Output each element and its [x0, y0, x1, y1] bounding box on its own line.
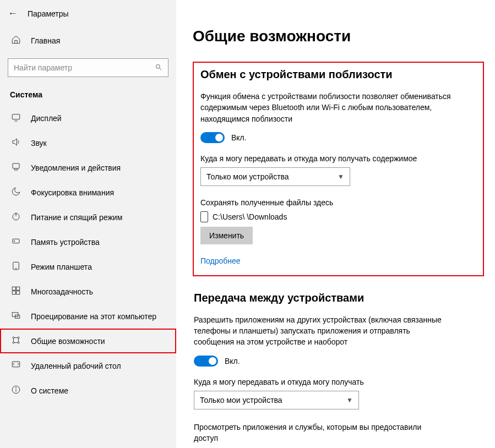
sidebar-item-storage[interactable]: Память устройства	[0, 230, 176, 254]
sidebar-item-multitask[interactable]: Многозадачность	[0, 279, 176, 304]
svg-point-8	[14, 241, 15, 242]
sidebar-item-focus[interactable]: Фокусировка внимания	[0, 180, 176, 205]
sidebar-item-display[interactable]: Дисплей	[0, 106, 176, 130]
chevron-down-icon: ▼	[338, 173, 344, 181]
svg-rect-13	[12, 291, 15, 294]
tablet-icon	[11, 261, 21, 272]
section-desc: Функция обмена с устройствами поблизости…	[200, 91, 454, 124]
crossdevice-scope-select[interactable]: Только мои устройства ▼	[194, 391, 359, 409]
sidebar: ← Параметры Главная Система Дисплей Звук…	[0, 0, 176, 448]
learn-more-link[interactable]: Подробнее	[200, 256, 476, 265]
svg-rect-4	[13, 163, 19, 168]
sidebar-item-label: Фокусировка внимания	[31, 188, 114, 197]
sidebar-item-power[interactable]: Питание и спящий режим	[0, 205, 176, 230]
cross-device-section: Передача между устройствами Разрешить пр…	[193, 292, 484, 444]
home-icon	[11, 35, 21, 46]
power-icon	[11, 211, 21, 223]
about-icon	[11, 385, 21, 396]
display-icon	[11, 112, 21, 124]
notifications-icon	[11, 162, 21, 173]
sidebar-item-label: Общие возможности	[31, 337, 105, 346]
sidebar-item-remote[interactable]: Удаленный рабочий стол	[0, 353, 176, 378]
svg-point-24	[15, 387, 16, 388]
svg-point-18	[18, 337, 19, 338]
save-location-label: Сохранять полученные файлы здесь	[200, 198, 476, 207]
multitask-icon	[11, 286, 21, 297]
svg-rect-11	[12, 287, 15, 290]
svg-rect-12	[17, 287, 20, 290]
sidebar-item-notifications[interactable]: Уведомления и действия	[0, 155, 176, 180]
svg-point-20	[18, 342, 19, 343]
select-value: Только мои устройства	[206, 172, 289, 181]
sidebar-item-label: Главная	[31, 36, 60, 45]
crossdevice-footer: Просмотреть приложения и службы, которым…	[194, 422, 447, 444]
search-box[interactable]	[8, 58, 168, 77]
sidebar-item-home[interactable]: Главная	[0, 29, 176, 52]
sidebar-item-label: О системе	[31, 386, 68, 395]
svg-line-1	[160, 68, 162, 70]
toggle-state-label: Вкл.	[231, 133, 247, 142]
section-title: Передача между устройствами	[194, 292, 483, 304]
nearby-sharing-section: Обмен с устройствами поблизости Функция …	[193, 62, 484, 276]
save-path-value: C:\Users\ \Downloads	[213, 212, 287, 221]
svg-point-0	[156, 64, 160, 68]
section-title: Обмен с устройствами поблизости	[200, 68, 476, 81]
sidebar-item-shared[interactable]: Общие возможности	[0, 329, 176, 353]
svg-point-19	[13, 342, 14, 343]
sidebar-item-label: Проецирование на этот компьютер	[31, 312, 156, 321]
nearby-scope-select[interactable]: Только мои устройства ▼	[200, 167, 350, 186]
search-input[interactable]	[14, 63, 155, 72]
sidebar-item-label: Режим планшета	[31, 263, 92, 271]
crossdevice-toggle-row: Вкл.	[194, 356, 483, 367]
sidebar-item-label: Уведомления и действия	[31, 163, 121, 172]
content-area: Общие возможности Обмен с устройствами п…	[176, 0, 495, 448]
search-icon	[155, 63, 162, 73]
sidebar-category: Система	[0, 87, 176, 106]
toggle-state-label: Вкл.	[225, 357, 240, 365]
save-path-row: C:\Users\ \Downloads	[200, 211, 476, 222]
svg-rect-14	[17, 291, 20, 294]
header: ← Параметры	[0, 6, 176, 29]
remote-icon	[11, 360, 21, 371]
storage-icon	[11, 236, 21, 248]
crossdevice-where-label: Куда я могу передавать и откуда могу пол…	[194, 378, 483, 386]
nearby-where-label: Куда я могу передавать и откуда могу пол…	[200, 154, 476, 163]
svg-point-17	[13, 337, 14, 338]
svg-rect-2	[12, 114, 20, 119]
chevron-down-icon: ▼	[346, 396, 353, 404]
section-desc: Разрешить приложениям на других устройст…	[194, 314, 447, 348]
window-title: Параметры	[28, 9, 69, 18]
crossdevice-toggle[interactable]	[194, 356, 218, 367]
sidebar-item-label: Многозадачность	[31, 287, 93, 296]
nearby-toggle[interactable]	[200, 132, 225, 143]
sidebar-item-label: Удаленный рабочий стол	[31, 362, 121, 370]
select-value: Только мои устройства	[200, 396, 282, 405]
change-button[interactable]: Изменить	[200, 227, 253, 244]
sidebar-nav: Дисплей Звук Уведомления и действия Фоку…	[0, 106, 176, 403]
sidebar-item-label: Звук	[31, 139, 47, 147]
sidebar-item-about[interactable]: О системе	[0, 378, 176, 403]
sound-icon	[11, 137, 21, 149]
device-icon	[200, 211, 208, 222]
sidebar-item-label: Дисплей	[31, 114, 62, 123]
sidebar-item-label: Память устройства	[31, 238, 100, 247]
sidebar-item-sound[interactable]: Звук	[0, 130, 176, 155]
back-icon[interactable]: ←	[8, 8, 18, 19]
nearby-toggle-row: Вкл.	[200, 132, 476, 143]
shared-icon	[11, 335, 21, 347]
sidebar-item-project[interactable]: Проецирование на этот компьютер	[0, 304, 176, 329]
focus-icon	[11, 187, 21, 198]
project-icon	[11, 310, 21, 322]
sidebar-item-tablet[interactable]: Режим планшета	[0, 254, 176, 279]
sidebar-item-label: Питание и спящий режим	[31, 213, 122, 222]
page-title: Общие возможности	[193, 28, 484, 45]
